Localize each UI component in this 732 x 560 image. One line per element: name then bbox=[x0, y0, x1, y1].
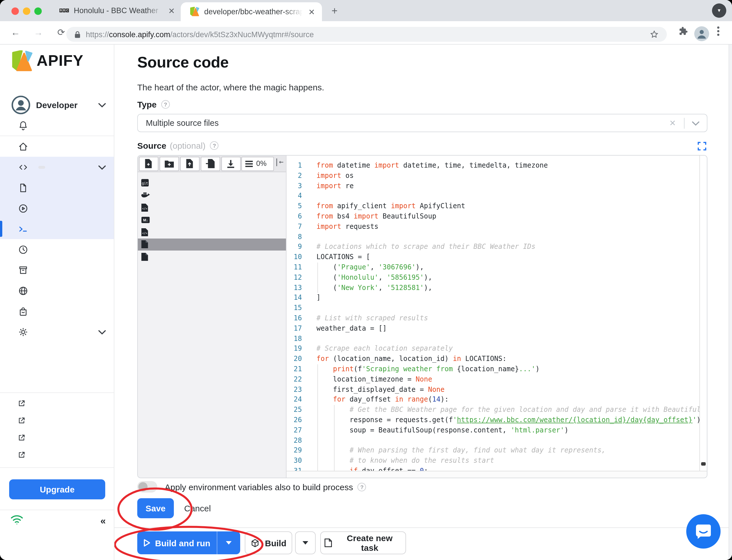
account-switcher[interactable]: Developer bbox=[0, 94, 114, 115]
file-item-apify.json[interactable]: </> bbox=[138, 226, 286, 238]
new-file-button[interactable] bbox=[139, 156, 158, 171]
create-new-task-button[interactable]: Create new task bbox=[320, 531, 406, 554]
address-bar[interactable]: https://console.apify.com/actors/dev/k5t… bbox=[66, 27, 667, 42]
reload-button[interactable]: ⟳ bbox=[55, 26, 68, 39]
back-button[interactable]: ← bbox=[9, 26, 22, 39]
import-file-button[interactable] bbox=[201, 156, 220, 171]
sidebar-link-apify-com[interactable] bbox=[0, 396, 114, 413]
browser-window: BBC Honolulu - BBC Weather ✕ developer/b… bbox=[0, 0, 732, 560]
build-dropdown-button[interactable] bbox=[295, 531, 316, 554]
file-item-requirements.txt[interactable] bbox=[138, 251, 286, 263]
editor-zoom-control[interactable]: 0% bbox=[241, 156, 274, 171]
extensions-puzzle-icon[interactable] bbox=[678, 26, 688, 36]
save-button[interactable]: Save bbox=[137, 498, 174, 518]
clear-select-icon[interactable]: ✕ bbox=[669, 118, 676, 128]
sidebar-item-dashboard[interactable] bbox=[0, 136, 114, 157]
code-area[interactable]: 1from datetime import datetime, time, ti… bbox=[287, 156, 699, 471]
tab-apify-console[interactable]: developer/bbc-weather-scrape ✕ bbox=[181, 2, 322, 21]
code-line-12: 12 ('Honolulu', '5856195'), bbox=[287, 273, 699, 283]
gear-icon bbox=[17, 326, 29, 337]
help-icon[interactable]: ? bbox=[210, 141, 219, 150]
page-scrollbar[interactable] bbox=[729, 45, 732, 560]
upgrade-button[interactable]: Upgrade bbox=[9, 479, 105, 499]
sidebar-link-documentation[interactable] bbox=[0, 413, 114, 430]
window-menu-icon[interactable]: ▼ bbox=[712, 3, 726, 18]
chevron-down-icon[interactable] bbox=[692, 118, 699, 128]
code-line-28: 28 bbox=[287, 436, 699, 446]
fullscreen-expand-icon[interactable] bbox=[698, 142, 706, 150]
tab-title: Honolulu - BBC Weather bbox=[74, 6, 162, 15]
browser-toolbar: ← → ⟳ https://console.apify.com/actors/d… bbox=[0, 21, 732, 45]
sidebar-item-development[interactable] bbox=[0, 219, 114, 239]
build-and-run-dropdown-button[interactable] bbox=[217, 531, 240, 554]
file-item-main.py[interactable] bbox=[138, 238, 286, 251]
browser-avatar[interactable] bbox=[694, 26, 709, 41]
bookmark-star-icon[interactable] bbox=[650, 30, 659, 39]
file-toolbar: 0% |← bbox=[138, 156, 286, 172]
indent-guide bbox=[318, 263, 318, 273]
url-text: https://console.apify.com/actors/dev/k5t… bbox=[86, 30, 644, 39]
file-item-.gitignore[interactable]: git bbox=[138, 177, 286, 189]
upload-file-button[interactable] bbox=[180, 156, 199, 171]
apify-logo-icon bbox=[11, 50, 33, 74]
download-button[interactable] bbox=[221, 156, 241, 171]
line-number: 5 bbox=[287, 201, 302, 212]
sidebar-item-custom-solutions[interactable] bbox=[0, 301, 114, 321]
line-number: 8 bbox=[287, 232, 302, 242]
sidebar-item-settings[interactable] bbox=[0, 321, 114, 342]
tab-bbc-weather[interactable]: BBC Honolulu - BBC Weather ✕ bbox=[60, 0, 176, 21]
close-tab-icon[interactable]: ✕ bbox=[167, 7, 176, 15]
code-line-27: 27 soup = BeautifulSoup(response.content… bbox=[287, 425, 699, 436]
cancel-button[interactable]: Cancel bbox=[181, 498, 214, 518]
traffic-light-close[interactable] bbox=[11, 7, 19, 15]
collapse-sidebar-button[interactable]: « bbox=[100, 515, 105, 527]
browser-menu-dots-icon[interactable] bbox=[717, 26, 719, 36]
sidebar-link-my-public-profile[interactable] bbox=[0, 447, 114, 464]
sidebar-item-proxy[interactable] bbox=[0, 280, 114, 301]
help-icon[interactable]: ? bbox=[161, 100, 170, 109]
line-number: 28 bbox=[287, 436, 302, 446]
code-line-22: 22 location_timezone = None bbox=[287, 374, 699, 385]
file-list: git </> M↓ </> bbox=[138, 172, 286, 478]
sidebar-item-tasks[interactable] bbox=[0, 177, 114, 198]
help-icon[interactable]: ? bbox=[358, 482, 366, 491]
source-type-select[interactable]: Multiple source files ✕ bbox=[137, 114, 707, 132]
sidebar-item-schedules[interactable] bbox=[0, 239, 114, 260]
svg-text:B: B bbox=[60, 9, 62, 12]
scrollbar-thumb[interactable] bbox=[701, 462, 706, 466]
svg-text:M↓: M↓ bbox=[143, 218, 148, 222]
sidebar-item-storage[interactable] bbox=[0, 260, 114, 280]
sidebar-item-notifications[interactable] bbox=[0, 115, 114, 136]
forward-button[interactable]: → bbox=[32, 26, 45, 39]
traffic-light-zoom[interactable] bbox=[34, 7, 42, 15]
support-chat-button[interactable] bbox=[686, 514, 721, 549]
collapse-file-panel-icon[interactable]: |← bbox=[275, 157, 283, 166]
indent-guide bbox=[318, 405, 318, 415]
editor-horizontal-scrollbar[interactable] bbox=[287, 471, 707, 478]
file-item-INPUT_SCHEMA.json[interactable]: </> bbox=[138, 201, 286, 214]
indent-guide bbox=[318, 395, 318, 405]
apify-logo[interactable]: APIFY bbox=[0, 45, 114, 77]
build-button[interactable]: Build bbox=[245, 531, 292, 554]
file-item-Dockerfile[interactable] bbox=[138, 189, 286, 201]
build-and-run-button[interactable]: Build and run bbox=[137, 531, 217, 554]
line-number: 30 bbox=[287, 456, 302, 466]
file-item-README.md[interactable]: M↓ bbox=[138, 214, 286, 226]
new-folder-button[interactable] bbox=[159, 156, 179, 171]
code-line-18: 18 bbox=[287, 334, 699, 344]
caret-down-icon bbox=[303, 541, 308, 545]
new-tab-button[interactable]: + bbox=[328, 5, 341, 17]
chevron-down-icon bbox=[98, 162, 106, 172]
sidebar: APIFY Developer Upgrade bbox=[0, 45, 114, 560]
indent-guide bbox=[318, 436, 318, 446]
editor-vertical-scrollbar[interactable] bbox=[699, 156, 707, 471]
sidebar-link-help-center[interactable] bbox=[0, 430, 114, 447]
traffic-light-minimize[interactable] bbox=[23, 7, 30, 15]
close-tab-icon[interactable]: ✕ bbox=[307, 8, 316, 16]
env-variables-toggle[interactable] bbox=[137, 481, 157, 493]
external-link-icon bbox=[18, 451, 26, 460]
code-line-16: 16# List with scraped results bbox=[287, 313, 699, 324]
sidebar-item-runs[interactable] bbox=[0, 198, 114, 219]
code-line-29: 29 # When parsing the first day, find ou… bbox=[287, 446, 699, 456]
sidebar-item-actors[interactable] bbox=[0, 157, 114, 177]
